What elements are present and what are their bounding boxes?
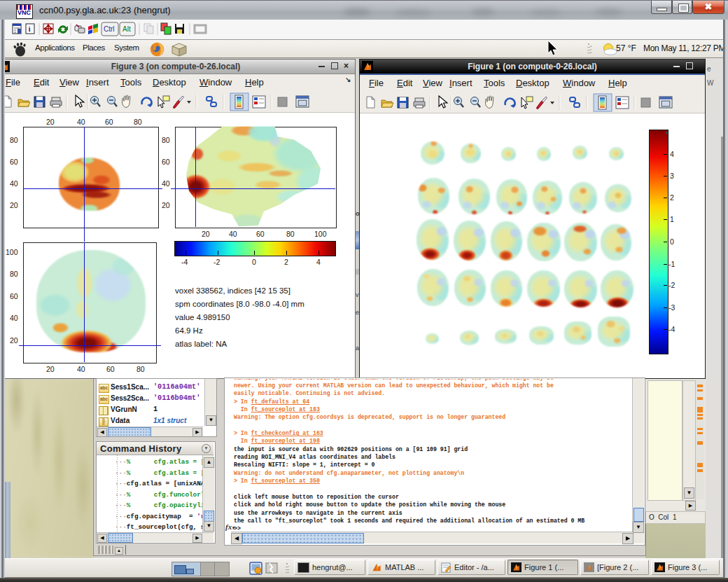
svg-text:Ctrl: Ctrl: [104, 25, 115, 33]
svg-text:i: i: [29, 25, 31, 33]
svg-text:Alt: Alt: [122, 25, 131, 33]
